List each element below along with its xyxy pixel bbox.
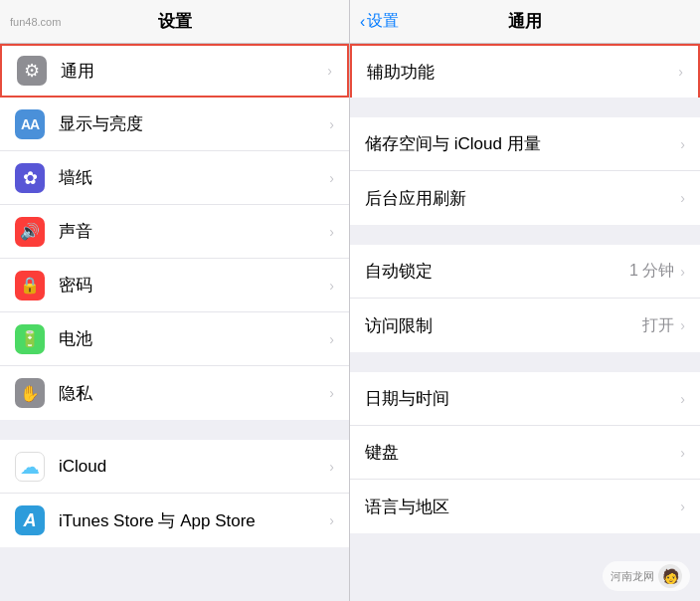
right-item-keyboard[interactable]: 键盘 › bbox=[350, 426, 700, 480]
settings-item-general[interactable]: ⚙ 通用 › bbox=[0, 44, 349, 98]
datetime-chevron: › bbox=[680, 391, 685, 407]
back-label: 设置 bbox=[367, 11, 399, 32]
watermark-icon: 🧑 bbox=[658, 564, 682, 588]
right-item-datetime[interactable]: 日期与时间 › bbox=[350, 372, 700, 426]
right-section-3: 自动锁定 1 分钟 › 访问限制 打开 › bbox=[350, 245, 700, 352]
passcode-icon: 🔒 bbox=[15, 271, 45, 300]
watermark-text: fun48.com bbox=[10, 16, 61, 28]
settings-list: ⚙ 通用 › AA 显示与亮度 › ✿ bbox=[0, 44, 349, 601]
language-chevron: › bbox=[680, 499, 685, 514]
appstore-icon: A bbox=[15, 505, 45, 535]
section-divider bbox=[0, 420, 349, 440]
right-item-storage[interactable]: 储存空间与 iCloud 用量 › bbox=[350, 117, 700, 171]
battery-icon: 🔋 bbox=[15, 324, 45, 354]
sound-icon: 🔊 bbox=[15, 217, 45, 247]
left-header: fun48.com 设置 bbox=[0, 0, 349, 44]
background-chevron: › bbox=[680, 190, 685, 206]
right-section-4: 日期与时间 › 键盘 › 语言与地区 › bbox=[350, 372, 700, 533]
back-button[interactable]: ‹ 设置 bbox=[360, 11, 399, 32]
watermark: 河南龙网 🧑 bbox=[603, 561, 690, 591]
general-chevron: › bbox=[327, 63, 332, 79]
general-label: 通用 bbox=[61, 60, 321, 83]
right-item-autolock[interactable]: 自动锁定 1 分钟 › bbox=[350, 245, 700, 299]
keyboard-chevron: › bbox=[680, 445, 685, 461]
privacy-label: 隐私 bbox=[59, 382, 323, 405]
wallpaper-label: 墙纸 bbox=[59, 166, 323, 189]
wallpaper-icon: ✿ bbox=[15, 163, 45, 193]
settings-item-appstore[interactable]: A iTunes Store 与 App Store › bbox=[0, 494, 349, 547]
right-divider-2 bbox=[350, 225, 700, 245]
autolock-value: 1 分钟 bbox=[629, 261, 674, 282]
settings-section-2: ☁ iCloud › A iTunes Store 与 App Store › bbox=[0, 440, 349, 547]
right-section-1: 辅助功能 › bbox=[350, 44, 700, 98]
right-divider-3 bbox=[350, 352, 700, 372]
right-section-2: 储存空间与 iCloud 用量 › 后台应用刷新 › bbox=[350, 117, 700, 225]
privacy-chevron: › bbox=[329, 385, 334, 401]
restrictions-chevron: › bbox=[680, 317, 685, 333]
general-icon: ⚙ bbox=[17, 56, 47, 86]
settings-item-display[interactable]: AA 显示与亮度 › bbox=[0, 98, 349, 151]
restrictions-label: 访问限制 bbox=[365, 314, 642, 337]
icloud-icon: ☁ bbox=[15, 452, 45, 482]
right-panel-title: 通用 bbox=[508, 10, 542, 33]
display-chevron: › bbox=[329, 116, 334, 132]
left-panel: fun48.com 设置 ⚙ 通用 › AA 显示与 bbox=[0, 0, 350, 601]
storage-chevron: › bbox=[680, 136, 685, 152]
background-label: 后台应用刷新 bbox=[365, 187, 680, 210]
settings-section-1: ⚙ 通用 › AA 显示与亮度 › ✿ bbox=[0, 44, 349, 420]
right-header: ‹ 设置 通用 bbox=[350, 0, 700, 44]
display-icon: AA bbox=[15, 109, 45, 139]
autolock-chevron: › bbox=[680, 264, 685, 280]
appstore-chevron: › bbox=[329, 512, 334, 528]
settings-item-wallpaper[interactable]: ✿ 墙纸 › bbox=[0, 151, 349, 205]
sound-chevron: › bbox=[329, 224, 334, 240]
right-list: 辅助功能 › 储存空间与 iCloud 用量 › 后台应用刷新 › bbox=[350, 44, 700, 601]
settings-item-sound[interactable]: 🔊 声音 › bbox=[0, 205, 349, 259]
watermark-label: 河南龙网 bbox=[611, 569, 654, 584]
screen: fun48.com 设置 ⚙ 通用 › AA 显示与 bbox=[0, 0, 700, 601]
keyboard-label: 键盘 bbox=[365, 441, 680, 464]
right-panel: ‹ 设置 通用 辅助功能 › 储存空间与 iCloud 用量 › bbox=[350, 0, 700, 601]
privacy-icon: ✋ bbox=[15, 378, 45, 408]
battery-label: 电池 bbox=[59, 327, 323, 350]
icloud-chevron: › bbox=[329, 459, 334, 475]
passcode-label: 密码 bbox=[59, 274, 323, 297]
language-label: 语言与地区 bbox=[365, 496, 680, 518]
settings-item-privacy[interactable]: ✋ 隐私 › bbox=[0, 366, 349, 420]
back-chevron: ‹ bbox=[360, 13, 365, 31]
settings-item-battery[interactable]: 🔋 电池 › bbox=[0, 312, 349, 366]
autolock-label: 自动锁定 bbox=[365, 260, 629, 283]
right-item-restrictions[interactable]: 访问限制 打开 › bbox=[350, 299, 700, 352]
accessibility-chevron: › bbox=[678, 64, 683, 80]
right-divider-1 bbox=[350, 98, 700, 117]
right-item-accessibility[interactable]: 辅助功能 › bbox=[350, 44, 700, 98]
display-label: 显示与亮度 bbox=[59, 112, 323, 135]
right-item-background[interactable]: 后台应用刷新 › bbox=[350, 171, 700, 225]
settings-item-passcode[interactable]: 🔒 密码 › bbox=[0, 259, 349, 312]
sound-label: 声音 bbox=[59, 220, 323, 243]
right-item-language[interactable]: 语言与地区 › bbox=[350, 480, 700, 533]
passcode-chevron: › bbox=[329, 278, 334, 294]
datetime-label: 日期与时间 bbox=[365, 387, 680, 410]
icloud-label: iCloud bbox=[59, 457, 323, 477]
settings-item-icloud[interactable]: ☁ iCloud › bbox=[0, 440, 349, 494]
appstore-label: iTunes Store 与 App Store bbox=[59, 509, 323, 532]
wallpaper-chevron: › bbox=[329, 170, 334, 186]
restrictions-value: 打开 bbox=[642, 315, 674, 336]
accessibility-label: 辅助功能 bbox=[367, 61, 678, 84]
left-panel-title: 设置 bbox=[158, 10, 192, 33]
battery-chevron: › bbox=[329, 331, 334, 347]
storage-label: 储存空间与 iCloud 用量 bbox=[365, 132, 680, 155]
